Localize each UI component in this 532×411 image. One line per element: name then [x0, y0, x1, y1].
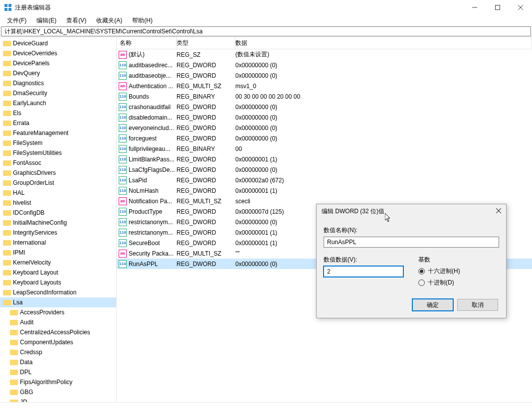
address-bar[interactable]: 计算机\HKEY_LOCAL_MACHINE\SYSTEM\CurrentCon… — [1, 26, 531, 36]
tree-item[interactable]: GBG — [0, 387, 116, 397]
folder-icon — [3, 169, 11, 176]
folder-icon — [3, 159, 11, 166]
maximize-button[interactable] — [486, 0, 509, 15]
tree-label: InitialMachineConfig — [13, 219, 67, 226]
binary-value-icon: 110 — [119, 135, 127, 142]
tree-item[interactable]: FeatureManagement — [0, 128, 116, 138]
tree-item[interactable]: JD — [0, 397, 116, 402]
list-row[interactable]: 110auditbasedirec...REG_DWORD0x00000000 … — [117, 60, 532, 70]
minimize-button[interactable] — [463, 0, 486, 15]
menu-item-0[interactable]: 文件(F) — [3, 15, 30, 26]
tree-item[interactable]: Els — [0, 108, 116, 118]
tree-item[interactable]: Errata — [0, 118, 116, 128]
tree-item[interactable]: IntegrityServices — [0, 228, 116, 238]
tree-label: Lsa — [13, 299, 22, 306]
tree-item[interactable]: Data — [0, 357, 116, 367]
tree-item[interactable]: Credssp — [0, 347, 116, 357]
binary-value-icon: 110 — [119, 155, 127, 163]
tree-item[interactable]: Lsa — [0, 297, 116, 307]
binary-value-icon: 110 — [119, 260, 127, 268]
value-data: 0x00000000 (0) — [235, 125, 532, 132]
binary-value-icon: 110 — [119, 229, 127, 237]
dialog-titlebar[interactable]: 编辑 DWORD (32 位)值 — [317, 204, 506, 218]
tree-label: IDConfigDB — [13, 209, 44, 216]
tree-item[interactable]: FipsAlgorithmPolicy — [0, 377, 116, 387]
tree-item[interactable]: GraphicsDrivers — [0, 168, 116, 178]
list-row[interactable]: ab(默认)REG_SZ(数值未设置) — [117, 49, 532, 60]
dialog-close-button[interactable] — [484, 208, 504, 215]
list-row[interactable]: 110LimitBlankPass...REG_DWORD0x00000001 … — [117, 154, 532, 164]
tree-label: GBG — [20, 389, 33, 396]
tree-item[interactable]: hivelist — [0, 198, 116, 208]
tree-item[interactable]: CentralizedAccessPolicies — [0, 327, 116, 337]
value-data: 0x00000000 (0) — [235, 114, 532, 121]
menu-item-3[interactable]: 收藏夹(A) — [92, 15, 126, 26]
folder-icon — [3, 199, 11, 206]
tree-item[interactable]: GroupOrderList — [0, 178, 116, 188]
tree-item[interactable]: Diagnostics — [0, 78, 116, 88]
tree-item[interactable]: FileSystem — [0, 138, 116, 148]
list-row[interactable]: 110everyoneinclud...REG_DWORD0x00000000 … — [117, 123, 532, 133]
col-header-type[interactable]: 类型 — [177, 37, 235, 49]
tree-panel[interactable]: DeviceGuardDeviceOverridesDevicePanelsDe… — [0, 37, 117, 402]
list-row[interactable]: 110LsaCfgFlagsDe...REG_DWORD0x00000000 (… — [117, 164, 532, 175]
value-data-field[interactable] — [324, 266, 403, 277]
tree-item[interactable]: DeviceGuard — [0, 38, 116, 48]
list-row[interactable]: 110BoundsREG_BINARY00 30 00 00 00 20 00 … — [117, 91, 532, 102]
tree-item[interactable]: InitialMachineConfig — [0, 218, 116, 228]
tree-item[interactable]: IPMI — [0, 248, 116, 258]
cancel-button[interactable]: 取消 — [457, 299, 498, 311]
tree-label: FileSystemUtilities — [13, 149, 62, 156]
list-row[interactable]: 110disabledomain...REG_DWORD0x00000000 (… — [117, 112, 532, 123]
tree-item[interactable]: EarlyLaunch — [0, 98, 116, 108]
list-row[interactable]: 110forceguestREG_DWORD0x00000000 (0) — [117, 133, 532, 143]
col-header-data[interactable]: 数据 — [235, 37, 532, 49]
value-data: msv1_0 — [235, 83, 532, 90]
col-header-name[interactable]: 名称 — [117, 37, 177, 49]
close-button[interactable] — [509, 0, 532, 15]
value-name-field[interactable] — [324, 237, 499, 248]
tree-item[interactable]: ComponentUpdates — [0, 337, 116, 347]
value-name: everyoneinclud... — [129, 125, 174, 132]
radio-dec[interactable]: 十进制(D) — [418, 278, 499, 287]
value-data: (数值未设置) — [235, 50, 532, 59]
menu-item-4[interactable]: 帮助(H) — [128, 15, 157, 26]
tree-item[interactable]: LeapSecondInformation — [0, 287, 116, 297]
value-type: REG_DWORD — [177, 187, 235, 194]
binary-value-icon: 110 — [119, 218, 127, 226]
value-type: REG_BINARY — [177, 145, 235, 152]
list-row[interactable]: 110fullprivilegeau...REG_BINARY00 — [117, 143, 532, 154]
list-row[interactable]: 110LsaPidREG_DWORD0x000002a0 (672) — [117, 175, 532, 185]
list-row[interactable]: 110auditbaseobje...REG_DWORD0x00000000 (… — [117, 70, 532, 81]
value-name: LimitBlankPass... — [129, 156, 175, 163]
tree-item[interactable]: IDConfigDB — [0, 208, 116, 218]
tree-item[interactable]: KernelVelocity — [0, 258, 116, 268]
list-row[interactable]: 110crashonauditfailREG_DWORD0x00000000 (… — [117, 102, 532, 112]
tree-item[interactable]: HAL — [0, 188, 116, 198]
tree-item[interactable]: International — [0, 238, 116, 248]
tree-item[interactable]: FontAssoc — [0, 158, 116, 168]
tree-item[interactable]: Keyboard Layouts — [0, 277, 116, 287]
menu-item-1[interactable]: 编辑(E) — [32, 15, 60, 26]
tree-item[interactable]: DevQuery — [0, 68, 116, 78]
tree-item[interactable]: DevicePanels — [0, 58, 116, 68]
tree-item[interactable]: DeviceOverrides — [0, 48, 116, 58]
list-row[interactable]: abAuthentication ...REG_MULTI_SZmsv1_0 — [117, 81, 532, 91]
value-name: restrictanonym... — [129, 229, 173, 236]
list-row[interactable]: 110NoLmHashREG_DWORD0x00000001 (1) — [117, 185, 532, 196]
radio-hex[interactable]: 十六进制(H) — [418, 267, 499, 275]
folder-icon — [3, 239, 11, 246]
string-value-icon: ab — [119, 197, 127, 205]
tree-item[interactable]: Audit — [0, 317, 116, 327]
tree-item[interactable]: AccessProviders — [0, 307, 116, 317]
value-name: Security Packa... — [129, 250, 174, 257]
tree-item[interactable]: Keyboard Layout — [0, 268, 116, 277]
menu-item-2[interactable]: 查看(V) — [62, 15, 90, 26]
value-type: REG_DWORD — [177, 261, 235, 268]
tree-item[interactable]: FileSystemUtilities — [0, 148, 116, 158]
ok-button[interactable]: 确定 — [412, 299, 453, 311]
tree-label: DevicePanels — [13, 60, 49, 67]
tree-label: Keyboard Layouts — [13, 279, 61, 286]
tree-item[interactable]: DPL — [0, 367, 116, 377]
tree-item[interactable]: DmaSecurity — [0, 88, 116, 98]
